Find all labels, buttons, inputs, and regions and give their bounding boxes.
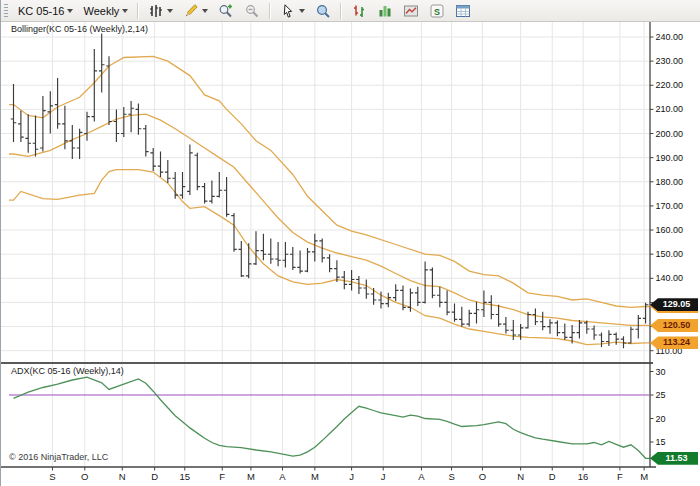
adx-axis-label: 25 — [656, 390, 666, 400]
chevron-down-icon — [67, 9, 73, 13]
time-axis-label: O — [479, 471, 486, 482]
interval-label: Weekly — [83, 5, 119, 17]
time-axis-label: D — [549, 471, 556, 482]
cursor-icon — [280, 3, 296, 19]
zoom-out-icon — [244, 3, 260, 19]
chart-style-button[interactable] — [144, 2, 177, 20]
svg-text:S: S — [434, 6, 440, 16]
chevron-down-icon — [202, 9, 208, 13]
chart-snapshot-button[interactable] — [399, 2, 423, 20]
chevron-down-icon — [122, 9, 128, 13]
indicators-icon — [377, 3, 393, 19]
adx-indicator-label: ADX(KC 05-16 (Weekly),14) — [11, 366, 124, 376]
toolbar-separator — [340, 3, 342, 19]
toolbar-separator — [269, 3, 271, 19]
toolbar-separator — [137, 3, 139, 19]
price-axis-label: 200.00 — [656, 129, 684, 139]
instrument-label: KC 05-16 — [18, 5, 64, 17]
adx-axis-labels: 30252015 — [650, 367, 666, 448]
price-axis-label: 210.00 — [656, 104, 684, 114]
axes — [1, 22, 656, 467]
last-price-marker: 129.05 — [650, 298, 698, 311]
bar-type-button[interactable] — [347, 2, 371, 20]
bollinger-band-marker: 113.24 — [650, 336, 698, 349]
time-axis-label: S — [49, 471, 55, 482]
strategies-icon: S — [429, 3, 445, 19]
time-axis-label: F — [219, 471, 225, 482]
time-axis-label: N — [119, 471, 126, 482]
price-axis-label: 240.00 — [656, 32, 684, 42]
bollinger-indicator-label: Bollinger(KC 05-16 (Weekly),2,14) — [11, 24, 148, 34]
time-axis-label: F — [617, 471, 623, 482]
zoom-in-button[interactable] — [214, 2, 238, 20]
time-axis-labels: SOND15FMAMJJASOND16FM — [49, 467, 648, 482]
time-axis-label: 15 — [179, 471, 190, 482]
chart-toolbar: KC 05-16 Weekly — [1, 0, 700, 22]
adx-axis-label: 20 — [656, 414, 666, 424]
time-axis-label: J — [349, 471, 354, 482]
time-axis-label: D — [151, 471, 158, 482]
strategies-button[interactable]: S — [425, 2, 449, 20]
data-grid-icon — [455, 3, 471, 19]
time-axis-label: M — [640, 471, 648, 482]
adx-value-marker: 11.53 — [650, 452, 698, 465]
price-axis-label: 150.00 — [656, 249, 684, 259]
bollinger-band-marker: 120.50 — [650, 319, 698, 332]
adx-axis-label: 30 — [656, 367, 666, 377]
adx-panel — [9, 377, 650, 458]
time-axis-label: 16 — [578, 471, 589, 482]
adx-line — [14, 377, 651, 458]
bar-type-icon — [351, 3, 367, 19]
crosshair-icon — [315, 3, 331, 19]
chart-style-icon — [148, 3, 164, 19]
copyright-text: © 2016 NinjaTrader, LLC — [9, 452, 108, 462]
time-axis-label: N — [517, 471, 524, 482]
gridlines — [1, 22, 650, 466]
price-axis-label: 160.00 — [656, 225, 684, 235]
indicators-button[interactable] — [373, 2, 397, 20]
chart-area: 240.00230.00220.00210.00200.00190.00180.… — [1, 22, 700, 486]
interval-selector[interactable]: Weekly — [79, 2, 132, 20]
time-axis-label: M — [247, 471, 255, 482]
price-axis-label: 170.00 — [656, 201, 684, 211]
toolbar-drag-handle[interactable] — [4, 4, 8, 18]
chart-canvas[interactable]: 240.00230.00220.00210.00200.00190.00180.… — [1, 22, 700, 486]
pencil-icon — [183, 3, 199, 19]
time-axis-label: J — [381, 471, 386, 482]
price-axis-label: 180.00 — [656, 177, 684, 187]
bollinger-lower-band — [9, 170, 649, 345]
chevron-down-icon — [167, 9, 173, 13]
time-axis-label: A — [279, 471, 286, 482]
drawing-tools-button[interactable] — [179, 2, 212, 20]
price-axis-label: 140.00 — [656, 273, 684, 283]
zoom-in-icon — [218, 3, 234, 19]
bollinger-bands — [9, 56, 649, 344]
instrument-selector[interactable]: KC 05-16 — [14, 2, 77, 20]
time-axis-label: O — [81, 471, 88, 482]
price-axis-label: 190.00 — [656, 153, 684, 163]
bollinger-middle-band — [9, 114, 649, 325]
adx-axis-label: 15 — [656, 437, 666, 447]
zoom-out-button[interactable] — [240, 2, 264, 20]
data-grid-button[interactable] — [451, 2, 475, 20]
price-axis-label: 230.00 — [656, 56, 684, 66]
time-axis-label: A — [418, 471, 425, 482]
crosshair-button[interactable] — [311, 2, 335, 20]
pointer-tool-button[interactable] — [276, 2, 309, 20]
chevron-down-icon — [299, 9, 305, 13]
time-axis-label: M — [311, 471, 319, 482]
time-axis-label: S — [448, 471, 454, 482]
chart-snapshot-icon — [403, 3, 419, 19]
price-axis-label: 220.00 — [656, 80, 684, 90]
